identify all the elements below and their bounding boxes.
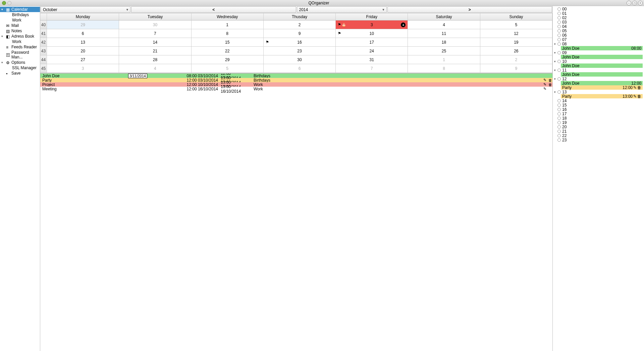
calendar-cell[interactable]: 24 bbox=[336, 47, 408, 55]
timeline-hour[interactable]: ▾12 bbox=[554, 77, 643, 81]
calendar-cell[interactable]: 8 bbox=[192, 29, 264, 38]
timeline-hour[interactable]: 17 bbox=[554, 112, 643, 116]
year-select[interactable]: 2014 ▼ bbox=[297, 6, 387, 13]
delete-icon[interactable]: 🗑 bbox=[637, 94, 641, 99]
timeline-event[interactable]: John Doe bbox=[561, 63, 643, 68]
event-row[interactable]: Meeting12:00 16/10/201413:00 16/10/2014W… bbox=[40, 87, 552, 91]
timeline-event[interactable]: John Doe bbox=[561, 55, 643, 59]
calendar-cell[interactable]: 29 bbox=[47, 20, 119, 29]
calendar-cell[interactable]: 17 bbox=[336, 38, 408, 46]
calendar-cell[interactable]: 19 bbox=[480, 38, 552, 46]
timeline-hour[interactable]: 19 bbox=[554, 120, 643, 125]
timeline-hour[interactable]: 22 bbox=[554, 133, 643, 138]
calendar-cell[interactable]: 15 bbox=[192, 38, 264, 46]
event-row[interactable]: John Doe08:00 03/10/201412:00 03/10/2014… bbox=[40, 74, 552, 78]
calendar-cell[interactable]: ⚑10 bbox=[336, 29, 408, 38]
calendar-cell[interactable]: 20 bbox=[47, 47, 119, 55]
timeline-hour[interactable]: 23 bbox=[554, 138, 643, 142]
edit-icon[interactable]: ✎ bbox=[633, 85, 637, 90]
timeline-hour[interactable]: 01 bbox=[554, 11, 643, 15]
timeline-hour[interactable]: 05 bbox=[554, 29, 643, 33]
calendar-cell[interactable]: 6 bbox=[264, 64, 336, 73]
sidebar-item-adress-book[interactable]: ▾◧Adress Book bbox=[0, 34, 40, 39]
sidebar-item-save[interactable]: ▪Save bbox=[0, 71, 40, 76]
calendar-cell[interactable]: 1 bbox=[408, 55, 480, 64]
calendar-cell[interactable]: 30 bbox=[264, 55, 336, 64]
calendar-cell[interactable]: 9 bbox=[264, 29, 336, 38]
timeline-hour[interactable]: 14 bbox=[554, 98, 643, 103]
sidebar-item-options[interactable]: ▾⚙Options bbox=[0, 60, 40, 65]
calendar-cell[interactable]: 18 bbox=[408, 38, 480, 46]
sidebar-item-mail[interactable]: ✉Mail bbox=[0, 23, 40, 28]
timeline-hour[interactable]: ▾13 bbox=[554, 90, 643, 94]
calendar-cell[interactable]: 12 bbox=[480, 29, 552, 38]
close-button[interactable]: × bbox=[638, 1, 643, 5]
calendar-cell[interactable]: 29 bbox=[192, 55, 264, 64]
calendar-cell[interactable]: 5 bbox=[192, 64, 264, 73]
sidebar-item-password-man-[interactable]: ⚿Password Man... bbox=[0, 50, 40, 60]
timeline-hour[interactable]: 21 bbox=[554, 129, 643, 133]
timeline-hour[interactable]: 03 bbox=[554, 20, 643, 24]
timeline-hour[interactable]: 07 bbox=[554, 37, 643, 42]
edit-icon[interactable]: ✎ bbox=[542, 78, 547, 82]
event-row[interactable]: Project12:00 10/10/201413:00 10/10/2014W… bbox=[40, 82, 552, 87]
maximize-button[interactable]: ◇ bbox=[632, 1, 637, 5]
timeline-hour[interactable]: ▾09 bbox=[554, 50, 643, 55]
calendar-cell[interactable]: 9 bbox=[480, 64, 552, 73]
calendar-cell[interactable]: 7 bbox=[119, 29, 191, 38]
timeline-hour[interactable]: 00 bbox=[554, 7, 643, 11]
timeline-event[interactable]: John Doe12:00 bbox=[561, 81, 643, 85]
calendar-cell[interactable]: 27 bbox=[47, 55, 119, 64]
event-row[interactable]: Party12:00 03/10/201413:00 03/10/2014Bir… bbox=[40, 78, 552, 82]
calendar-cell[interactable]: 6 bbox=[47, 29, 119, 38]
calendar-cell[interactable]: 21 bbox=[119, 47, 191, 55]
sidebar-item-ssl-manager[interactable]: SSL Manager bbox=[0, 65, 40, 71]
calendar-cell[interactable]: 13 bbox=[47, 38, 119, 46]
calendar-cell[interactable]: 4 bbox=[119, 64, 191, 73]
timeline-event[interactable]: Party13:00✎🗑 bbox=[561, 94, 643, 98]
calendar-cell[interactable]: 4 bbox=[408, 20, 480, 29]
timeline-event[interactable]: John Doe bbox=[561, 72, 643, 77]
calendar-cell[interactable]: 5 bbox=[480, 20, 552, 29]
timeline-hour[interactable]: ▾10 bbox=[554, 59, 643, 63]
edit-icon[interactable]: ✎ bbox=[542, 82, 547, 87]
timeline-hour[interactable]: 20 bbox=[554, 125, 643, 129]
calendar-cell[interactable]: 28 bbox=[119, 55, 191, 64]
timeline-hour[interactable]: 15 bbox=[554, 103, 643, 107]
calendar-cell[interactable]: ⚑16 bbox=[264, 38, 336, 46]
calendar-cell[interactable]: 7 bbox=[336, 64, 408, 73]
calendar-cell[interactable]: 1 bbox=[192, 20, 264, 29]
delete-icon[interactable]: 🗑 bbox=[548, 78, 552, 82]
sidebar-item-birthdays[interactable]: Birthdays bbox=[0, 12, 40, 17]
edit-icon[interactable]: ✎ bbox=[633, 94, 637, 99]
calendar-cell[interactable]: 31 bbox=[336, 55, 408, 64]
month-select[interactable]: October ▼ bbox=[41, 6, 130, 13]
sidebar-item-calendar[interactable]: ▾▦Calendar bbox=[0, 7, 40, 12]
delete-icon[interactable]: 🗑 bbox=[548, 83, 552, 87]
sidebar-item-notes[interactable]: ▤Notes bbox=[0, 28, 40, 34]
edit-icon[interactable]: ✎ bbox=[542, 87, 547, 91]
timeline-hour[interactable]: 16 bbox=[554, 107, 643, 112]
calendar-cell[interactable]: 8 bbox=[408, 64, 480, 73]
calendar-cell[interactable]: 2 bbox=[480, 55, 552, 64]
calendar-cell[interactable]: ⚑🎂3+ bbox=[336, 20, 408, 29]
calendar-cell[interactable]: 3 bbox=[47, 64, 119, 73]
calendar-cell[interactable]: 23 bbox=[264, 47, 336, 55]
calendar-cell[interactable]: 22 bbox=[192, 47, 264, 55]
timeline-hour[interactable]: 06 bbox=[554, 33, 643, 37]
add-event-button[interactable]: + bbox=[401, 23, 406, 27]
calendar-cell[interactable]: 30 bbox=[119, 20, 191, 29]
next-button[interactable]: > bbox=[387, 6, 552, 13]
prev-button[interactable]: < bbox=[131, 6, 296, 13]
timeline-hour[interactable]: 18 bbox=[554, 116, 643, 120]
timeline-hour[interactable]: 02 bbox=[554, 15, 643, 20]
timeline-hour[interactable]: ▾08 bbox=[554, 42, 643, 46]
sidebar-item-work[interactable]: Work bbox=[0, 39, 40, 44]
timeline-hour[interactable]: 04 bbox=[554, 24, 643, 29]
delete-icon[interactable]: 🗑 bbox=[637, 85, 641, 90]
calendar-cell[interactable]: 25 bbox=[408, 47, 480, 55]
minimize-button[interactable]: – bbox=[627, 1, 631, 5]
calendar-cell[interactable]: 11 bbox=[408, 29, 480, 38]
timeline-hour[interactable]: ▾11 bbox=[554, 68, 643, 72]
sidebar-item-feeds-reader[interactable]: ≡Feeds Reader bbox=[0, 44, 40, 50]
